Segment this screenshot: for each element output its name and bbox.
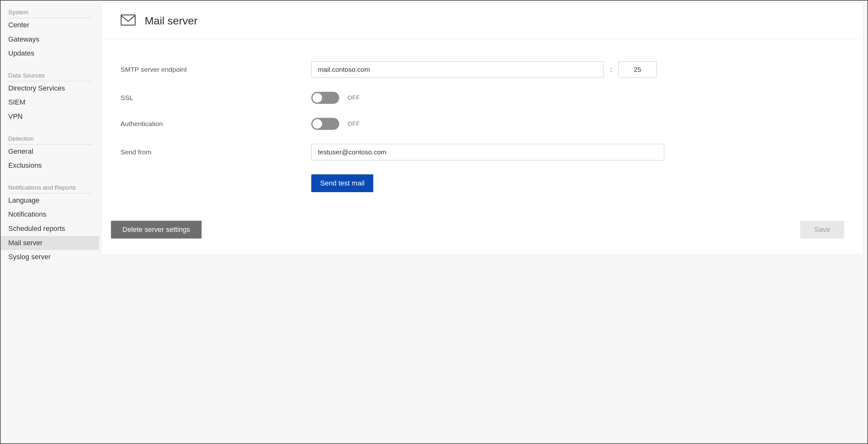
sidebar-item-scheduled-reports[interactable]: Scheduled reports: [8, 222, 92, 236]
main-content: Mail server SMTP server endpoint : SSL: [99, 1, 867, 443]
sidebar-section-data-sources: Data Sources: [8, 69, 92, 81]
row-smtp-endpoint: SMTP server endpoint :: [121, 61, 844, 78]
panel-body: SMTP server endpoint : SSL OFF: [101, 39, 863, 221]
sidebar-item-vpn[interactable]: VPN: [8, 110, 92, 124]
sidebar-item-general[interactable]: General: [8, 144, 92, 159]
sidebar-section-detection: Detection: [8, 132, 92, 144]
svg-rect-0: [121, 15, 135, 25]
test-mail-row: Send test mail: [311, 174, 844, 192]
smtp-port-input[interactable]: [618, 61, 657, 78]
toggle-knob: [313, 93, 322, 103]
row-send-from: Send from: [121, 144, 844, 160]
sidebar-section-notifications-reports: Notifications and Reports: [8, 181, 92, 194]
sidebar-item-mail-server[interactable]: Mail server: [1, 236, 99, 250]
label-ssl: SSL: [121, 94, 311, 102]
colon-separator: :: [609, 65, 613, 74]
ssl-toggle[interactable]: [311, 92, 339, 104]
mail-icon: [121, 14, 136, 27]
label-smtp-endpoint: SMTP server endpoint: [121, 66, 311, 73]
sidebar-item-directory-services[interactable]: Directory Services: [8, 81, 92, 96]
panel-footer: Delete server settings Save: [101, 221, 863, 254]
authentication-toggle-state: OFF: [347, 121, 360, 127]
sidebar-item-exclusions[interactable]: Exclusions: [8, 159, 92, 173]
row-ssl: SSL OFF: [121, 92, 844, 104]
authentication-toggle[interactable]: [311, 118, 339, 130]
mail-server-panel: Mail server SMTP server endpoint : SSL: [101, 3, 864, 255]
sidebar-item-updates[interactable]: Updates: [8, 46, 92, 61]
sidebar-item-center[interactable]: Center: [8, 18, 92, 32]
smtp-host-input[interactable]: [311, 61, 604, 78]
send-from-input[interactable]: [311, 144, 664, 160]
sidebar-item-notifications[interactable]: Notifications: [8, 207, 92, 222]
row-authentication: Authentication OFF: [121, 118, 844, 130]
panel-header: Mail server: [101, 3, 863, 39]
page-title: Mail server: [145, 14, 197, 27]
label-send-from: Send from: [121, 148, 311, 156]
sidebar-item-siem[interactable]: SIEM: [8, 95, 92, 110]
sidebar: System Center Gateways Updates Data Sour…: [1, 1, 99, 443]
app-frame: System Center Gateways Updates Data Sour…: [0, 0, 868, 444]
sidebar-item-syslog-server[interactable]: Syslog server: [8, 250, 92, 264]
sidebar-item-language[interactable]: Language: [8, 194, 92, 208]
toggle-knob: [313, 119, 322, 129]
sidebar-item-gateways[interactable]: Gateways: [8, 32, 92, 47]
ssl-toggle-state: OFF: [347, 95, 360, 101]
sidebar-section-system: System: [8, 6, 92, 18]
label-authentication: Authentication: [121, 120, 311, 128]
save-button[interactable]: Save: [800, 221, 844, 239]
delete-server-settings-button[interactable]: Delete server settings: [111, 221, 202, 239]
send-test-mail-button[interactable]: Send test mail: [311, 174, 373, 192]
